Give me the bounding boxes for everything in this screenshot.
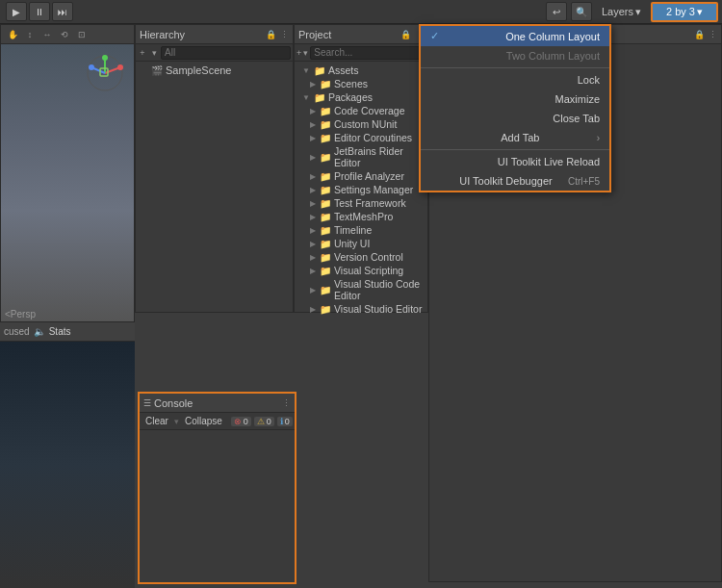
dropdown-item-one-column[interactable]: ✓ One Column Layout — [421, 26, 609, 46]
hierarchy-menu-icon[interactable]: ⋮ — [280, 30, 289, 39]
hierarchy-menu-button[interactable]: ▾ — [149, 46, 159, 60]
dropdown-divider-2 — [421, 149, 609, 150]
hierarchy-header: Hierarchy 🔒 ⋮ — [136, 25, 293, 44]
list-item[interactable]: ▶ 📁 TextMeshPro — [295, 210, 427, 223]
scene-tool-1[interactable]: ✋ — [5, 28, 20, 41]
dropdown-item-debugger[interactable]: UI Toolkit Debugger Ctrl+F5 — [421, 171, 609, 191]
layout-button[interactable]: 2 by 3 ▾ — [651, 2, 718, 22]
expand-arrow: ▶ — [310, 107, 316, 115]
project-tree: ▼ 📁 Assets ▶ 📁 Scenes ▼ 📁 Packages ▶ 📁 C… — [295, 62, 427, 318]
list-item[interactable]: ▶ 📁 JetBrains Rider Editor — [295, 144, 427, 169]
list-item[interactable]: ▼ 📁 Packages — [295, 90, 427, 104]
scene-tool-3[interactable]: ↔ — [39, 28, 55, 41]
expand-arrow: ▶ — [310, 199, 316, 208]
inspector-menu-icon[interactable]: ⋮ — [709, 30, 717, 39]
project-item-label: Code Coverage — [334, 105, 405, 116]
folder-icon: 📁 — [320, 212, 331, 222]
collapse-button[interactable]: Collapse — [182, 416, 225, 426]
scene-tool-4[interactable]: ⟲ — [57, 28, 72, 41]
expand-arrow: ▶ — [310, 213, 316, 221]
scene-icon: 🎬 — [151, 65, 163, 76]
folder-icon: 📁 — [320, 198, 331, 209]
list-item[interactable]: ▶ 📁 Test Framework — [295, 196, 427, 210]
dropdown-item-label: One Column Layout — [505, 31, 600, 42]
expand-arrow: ▶ — [310, 134, 316, 142]
dropdown-item-close-tab[interactable]: Close Tab — [421, 109, 609, 128]
hierarchy-add-button[interactable]: + — [138, 46, 147, 60]
project-title: Project — [298, 29, 397, 40]
layers-button[interactable]: Layers ▾ — [596, 4, 647, 20]
scene-gizmo — [86, 54, 124, 92]
project-add-button[interactable]: + — [297, 46, 301, 60]
checkmark-icon: ✓ — [430, 30, 439, 42]
dropdown-item-live-reload[interactable]: UI Toolkit Live Reload — [421, 152, 609, 171]
layers-label: Layers — [602, 6, 633, 17]
folder-icon: 📁 — [320, 152, 331, 163]
console-menu-icon[interactable]: ⋮ — [282, 398, 291, 408]
project-item-label: Packages — [328, 91, 373, 103]
hierarchy-scene-item[interactable]: 🎬 SampleScene — [136, 64, 293, 77]
folder-icon: 📁 — [314, 92, 325, 103]
stats-label[interactable]: Stats — [49, 326, 71, 337]
project-item-label: Visual Scripting — [334, 265, 403, 276]
dropdown-item-lock[interactable]: Lock — [421, 70, 609, 89]
pause-button[interactable]: ⏸ — [29, 2, 50, 21]
folder-icon: 📁 — [320, 185, 331, 195]
list-item[interactable]: ▶ 📁 Version Control — [295, 250, 427, 264]
expand-arrow: ▼ — [302, 93, 310, 102]
list-item[interactable]: ▶ 📁 Visual Studio Editor — [295, 302, 427, 316]
audio-icon[interactable]: 🔈 — [34, 326, 45, 337]
project-toolbar: + ▾ ⊕ ☰ — [295, 44, 427, 62]
clear-dropdown-icon[interactable]: ▾ — [174, 417, 179, 426]
project-item-label: Scenes — [334, 78, 368, 89]
list-item[interactable]: ▶ 📁 Settings Manager — [295, 183, 427, 196]
svg-point-4 — [102, 55, 108, 61]
list-item[interactable]: ▼ 📁 Assets — [295, 64, 427, 77]
project-menu-button[interactable]: ▾ — [303, 46, 308, 60]
game-toolbar: cused 🔈 Stats — [0, 322, 135, 342]
expand-arrow: ▶ — [310, 153, 316, 162]
step-button[interactable]: ⏭ — [52, 2, 73, 21]
list-item[interactable]: ▶ 📁 Scenes — [295, 77, 427, 90]
project-item-label: Visual Studio Code Editor — [334, 278, 424, 301]
info-count: 0 — [285, 417, 290, 426]
folder-icon: 📁 — [320, 133, 331, 143]
console-content — [140, 430, 295, 582]
project-lock-icon[interactable]: 🔒 — [400, 30, 411, 39]
dropdown-item-label: Two Column Layout — [506, 50, 600, 62]
dropdown-item-maximize[interactable]: Maximize — [421, 89, 609, 109]
scene-tool-5[interactable]: ⊡ — [74, 28, 90, 41]
play-button[interactable]: ▶ — [6, 2, 27, 21]
project-panel: Project 🔒 ⋮ + ▾ ⊕ ☰ ▼ 📁 Assets ▶ 📁 Scene… — [294, 24, 428, 313]
list-item[interactable]: ▶ 📁 Code Coverage — [295, 104, 427, 117]
hierarchy-title: Hierarchy — [140, 29, 262, 40]
list-item[interactable]: ▶ 📁 Custom NUnit — [295, 117, 427, 131]
inspector-lock-icon[interactable]: 🔒 — [694, 30, 705, 39]
list-item[interactable]: ▶ 📁 Unity UI — [295, 237, 427, 250]
dropdown-item-label: Maximize — [555, 93, 600, 105]
console-panel: ☰ Console ⋮ Clear ▾ Collapse ⊗ 0 ⚠ 0 ℹ 0 — [138, 392, 297, 584]
undo-button[interactable]: ↩ — [546, 2, 567, 21]
expand-arrow: ▶ — [310, 286, 316, 294]
warning-count: 0 — [267, 417, 271, 426]
list-item[interactable]: ▶ 📁 Visual Scripting — [295, 264, 427, 277]
error-count: 0 — [244, 417, 248, 426]
hierarchy-lock-icon[interactable]: 🔒 — [266, 30, 276, 39]
folder-icon: 📁 — [320, 239, 331, 249]
info-count-badge: ℹ 0 — [277, 417, 293, 426]
list-item[interactable]: ▶ 📁 Profile Analyzer — [295, 169, 427, 183]
expand-arrow: ▶ — [310, 240, 316, 248]
dropdown-item-add-tab[interactable]: Add Tab › — [421, 128, 609, 147]
search-button[interactable]: 🔍 — [571, 2, 592, 21]
list-item[interactable]: ▶ 📁 Editor Coroutines — [295, 131, 427, 144]
hierarchy-search-input[interactable] — [161, 46, 291, 60]
warning-count-badge: ⚠ 0 — [254, 417, 274, 426]
folder-icon: 📁 — [320, 79, 331, 89]
dropdown-item-two-column[interactable]: Two Column Layout — [421, 46, 609, 65]
list-item[interactable]: ▶ 📁 Timeline — [295, 223, 427, 237]
clear-button[interactable]: Clear — [142, 416, 171, 426]
scene-tool-2[interactable]: ↕ — [22, 28, 38, 41]
list-item[interactable]: ▶ 📁 Visual Studio Code Editor — [295, 277, 427, 302]
svg-point-6 — [89, 64, 94, 70]
console-icon: ☰ — [143, 398, 151, 408]
